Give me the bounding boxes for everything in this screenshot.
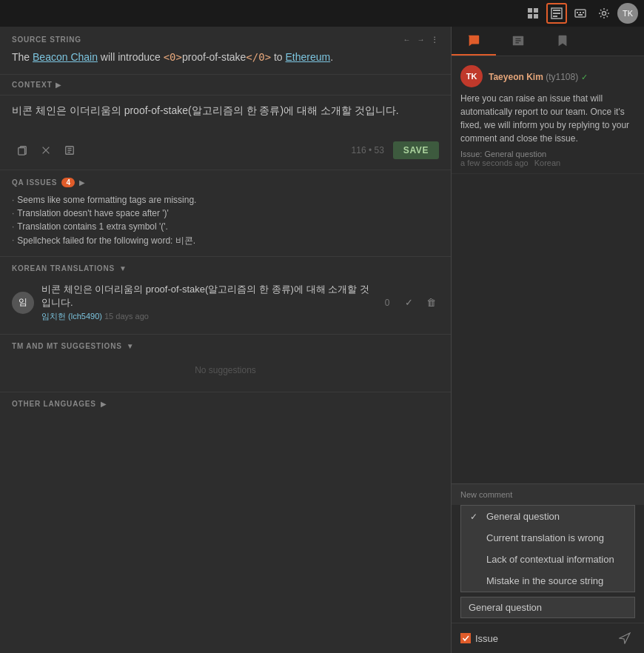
dropdown-item-label: Current translation is wrong [486,532,604,543]
comment-author-name: Taeyeon Kim (ty1108) [489,72,581,82]
word-count-value: 53 [374,145,383,155]
comments-tab[interactable] [452,27,496,56]
svg-rect-11 [583,12,584,13]
dropdown-item-source-mistake[interactable]: Mistake in the source string [461,570,634,592]
tm-suggestions-section: TM AND MT SUGGESTIONS ▼ No suggestions [0,335,451,392]
qa-issue-text: Seems like some formatting tags are miss… [17,195,196,205]
dropdown-area: New comment ✓ General question Current t… [452,483,644,653]
dropdown-item-label: General question [486,511,560,522]
comment-body: Here you can raise an issue that will au… [460,92,635,145]
qa-issue-text: Translation contains 1 extra symbol '('. [17,221,168,232]
qa-chevron-icon: ▶ [79,178,85,187]
info-tab[interactable] [496,27,540,56]
qa-issue-text: Translation doesn't have space after ')' [17,208,169,218]
copy-source-btn[interactable] [12,140,33,161]
close-tag: </0> [246,51,271,63]
other-languages-header: OTHER LANGUAGES ▶ [12,400,439,408]
comment-meta: a few seconds ago Korean [460,158,635,167]
source-string-section: SOURCE STRING ← → ⋮ The Beacon Chain wil… [0,27,451,75]
other-languages-label: OTHER LANGUAGES [12,400,96,408]
korean-translations-section: KOREAN TRANSLATIONS ▼ 임 비콘 체인은 이더리움의 pro… [0,257,451,335]
comment-avatar: TK [460,65,483,87]
issue-checkbox-wrapper: Issue [460,633,498,644]
history-btn[interactable] [59,140,80,161]
left-panel: SOURCE STRING ← → ⋮ The Beacon Chain wil… [0,27,452,653]
tm-suggestions-label: TM AND MT SUGGESTIONS [12,342,122,350]
save-button[interactable]: SAVE [393,141,439,159]
context-chevron-icon: ▶ [56,81,61,89]
dropdown-item-general[interactable]: ✓ General question [461,506,634,527]
dropdown-item-lack-context[interactable]: Lack of contextual information [461,549,634,570]
tm-chevron-icon: ▼ [127,342,134,350]
translator-avatar: 임 [12,292,34,314]
translation-value: 비콘 체인은 이더리움의 proof-of-stake(알고리즘의 한 종류)에… [41,283,372,309]
translation-time: 15 days ago [104,312,149,321]
comment-item: TK Taeyeon Kim (ty1108) ✓ Here you can r… [452,56,644,174]
svg-point-13 [603,12,606,16]
korean-translations-label: KOREAN TRANSLATIONS [12,264,115,272]
vote-count: 0 [380,298,395,308]
delete-icon[interactable]: 🗑 [423,295,439,311]
svg-rect-14 [19,148,25,155]
save-area: 116 • 53 SAVE [352,141,439,159]
dropdown-item-label: Mistake in the source string [486,575,603,586]
comment-avatar-initials: TK [466,72,477,81]
beacon-chain-link[interactable]: Beacon Chain [33,51,98,63]
send-button[interactable] [614,628,635,649]
issue-label: Issue [475,633,498,644]
comment-issue: Issue: General question [460,150,635,158]
svg-rect-12 [578,14,583,16]
comment-input-row: Issue [452,623,644,653]
translation-text[interactable]: 비콘 체인은 이더리움의 proof-of-stake(알고리즘의 한 종류)에… [12,104,439,134]
more-icon[interactable]: ⋮ [431,36,439,44]
qa-header: QA ISSUES 4 ▶ [12,178,439,187]
settings-icon-btn[interactable] [594,3,614,24]
translation-content: 비콘 체인은 이더리움의 proof-of-stake(알고리즘의 한 종류)에… [41,283,372,322]
source-string-title: SOURCE STRING [12,36,81,44]
user-avatar[interactable]: TK [617,3,638,24]
ethereum-link[interactable]: Ethereum [286,51,331,63]
translation-actions: 0 ✓ 🗑 [380,295,439,311]
char-count: 116 • 53 [352,145,384,155]
comment-time: a few seconds ago [460,158,529,167]
new-comment-header: New comment [452,483,644,505]
keyboard-icon-btn[interactable] [570,3,591,24]
translations-chevron-icon: ▼ [119,264,127,272]
comment-header: TK Taeyeon Kim (ty1108) ✓ [460,65,635,87]
open-tag: <0> [164,51,182,63]
issue-select-wrapper: General question Current translation is … [460,597,635,618]
layout-icon-btn[interactable] [523,3,543,24]
char-count-value: 116 [352,145,366,155]
context-bar[interactable]: CONTEXT ▶ [0,75,451,96]
clear-btn[interactable] [36,140,56,161]
comment-username: (ty1108) [546,72,578,82]
svg-rect-7 [553,16,557,17]
right-panel: TK Taeyeon Kim (ty1108) ✓ Here you can r… [452,27,644,653]
qa-section: QA ISSUES 4 ▶ Seems like some formatting… [0,170,451,257]
approve-icon[interactable]: ✓ [400,295,417,311]
svg-rect-2 [528,14,532,19]
svg-rect-10 [580,12,581,13]
no-suggestions-text: No suggestions [12,356,439,384]
source-string-label: SOURCE STRING ← → ⋮ [12,36,439,44]
next-icon[interactable]: → [417,36,425,44]
comment-language: Korean [534,158,560,167]
dropdown-item-wrong-translation[interactable]: Current translation is wrong [461,527,634,549]
svg-rect-0 [528,8,532,13]
svg-rect-6 [553,13,560,14]
other-languages-chevron-icon: ▶ [101,400,107,408]
issue-checkbox[interactable] [460,633,471,643]
prev-icon[interactable]: ← [403,36,412,44]
svg-rect-9 [577,12,578,13]
top-nav: TK [0,0,644,27]
translator-username-link[interactable]: 임치헌 (lch5490) [41,312,102,321]
qa-label: QA ISSUES [12,178,57,187]
qa-issue-item: Translation contains 1 extra symbol '('. [12,220,439,233]
svg-rect-5 [553,10,560,11]
editor-icon-btn[interactable] [546,3,567,24]
bookmark-tab[interactable] [540,27,585,56]
issue-type-select[interactable]: General question Current translation is … [460,597,635,618]
source-string-actions: ← → ⋮ [403,36,439,44]
qa-issue-item: Seems like some formatting tags are miss… [12,193,439,207]
comment-verified-icon: ✓ [581,73,588,81]
